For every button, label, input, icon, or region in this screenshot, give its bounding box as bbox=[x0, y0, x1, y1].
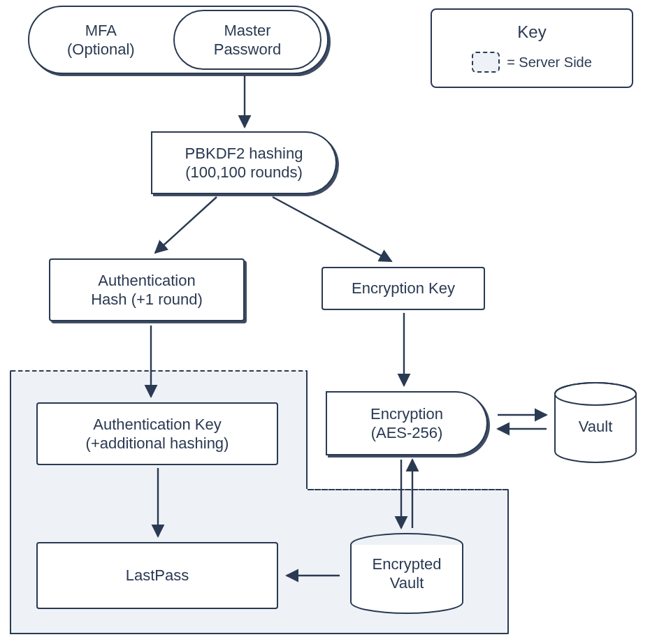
pbkdf2-label: PBKDF2 hashing (100,100 rounds) bbox=[185, 144, 303, 182]
legend-swatch-icon bbox=[472, 52, 500, 73]
legend-box: Key = Server Side bbox=[431, 8, 633, 88]
vault-label: Vault bbox=[579, 417, 613, 437]
node-lastpass: LastPass bbox=[36, 542, 278, 609]
arrow-pbkdf2-to-authhash bbox=[155, 197, 217, 253]
vault-label-wrap: Vault bbox=[552, 409, 639, 444]
arrow-pbkdf2-to-enckey bbox=[273, 197, 391, 261]
encrypted-vault-label-wrap: Encrypted Vault bbox=[345, 546, 468, 601]
node-master-password: Master Password bbox=[173, 10, 322, 70]
node-auth-hash: Authentication Hash (+1 round) bbox=[49, 258, 245, 321]
legend-title: Key bbox=[517, 22, 546, 42]
lastpass-label: LastPass bbox=[126, 566, 189, 585]
node-pbkdf2: PBKDF2 hashing (100,100 rounds) bbox=[151, 131, 337, 194]
auth-key-label: Authentication Key (+additional hashing) bbox=[86, 415, 229, 453]
legend-row: = Server Side bbox=[472, 52, 592, 73]
mfa-label: MFA (Optional) bbox=[67, 21, 135, 59]
encryption-label: Encryption (AES-256) bbox=[370, 404, 443, 443]
diagram-stage: Key = Server Side MFA (Optional) Master … bbox=[0, 0, 650, 644]
legend-swatch-label: = Server Side bbox=[507, 54, 592, 71]
encrypted-vault-label: Encrypted Vault bbox=[372, 555, 441, 593]
node-auth-key: Authentication Key (+additional hashing) bbox=[36, 402, 278, 465]
node-encryption: Encryption (AES-256) bbox=[326, 391, 488, 455]
encryption-key-label: Encryption Key bbox=[352, 279, 455, 298]
master-password-label: Master Password bbox=[214, 21, 282, 59]
node-encryption-key: Encryption Key bbox=[322, 267, 485, 310]
auth-hash-label: Authentication Hash (+1 round) bbox=[91, 271, 203, 309]
